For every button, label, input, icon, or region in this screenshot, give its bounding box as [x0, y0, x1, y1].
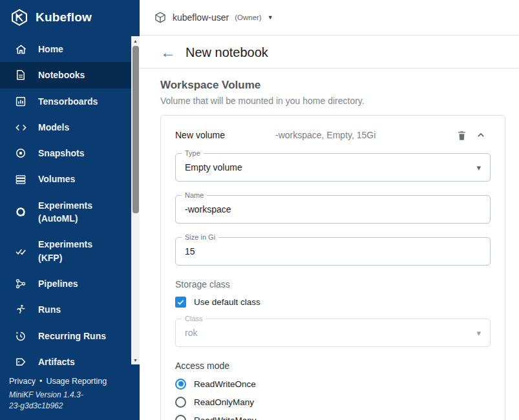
page-content: ← New notebook Workspace Volume Volume t…: [140, 36, 519, 420]
main-area: kubeflow-user (Owner) ▼ ← New notebook W…: [140, 0, 519, 420]
back-button[interactable]: ←: [160, 45, 176, 60]
sidebar-item-models[interactable]: Models: [0, 114, 140, 140]
sidebar-item-recurring-runs[interactable]: Recurring Runs: [0, 323, 140, 349]
sidebar-item-artifacts[interactable]: Artifacts: [0, 349, 140, 372]
type-label: Type: [182, 149, 204, 157]
notebook-icon: [14, 68, 27, 81]
scrollbar-thumb[interactable]: [132, 46, 139, 213]
scroll-up-icon[interactable]: ▲: [131, 36, 140, 45]
namespace-role: (Owner): [235, 14, 262, 21]
pipelines-icon: [14, 277, 27, 290]
sidebar-footer: Privacy • Usage Reporting MiniKF Version…: [0, 372, 140, 420]
kubeflow-logo-icon: [10, 8, 28, 26]
models-icon: [14, 121, 27, 134]
volume-title: New volume: [175, 130, 275, 140]
chevron-up-icon: [474, 129, 487, 142]
access-mode-option-readwritemany[interactable]: ReadWriteMany: [175, 414, 491, 420]
artifacts-icon: [14, 355, 27, 368]
topbar: kubeflow-user (Owner) ▼: [140, 0, 519, 36]
check-icon: [176, 298, 185, 306]
class-dropdown-icon: ▾: [476, 329, 481, 337]
namespace-name: kubeflow-user: [173, 12, 229, 23]
volume-card: New volume -workspace, Empty, 15Gi: [160, 115, 505, 420]
name-input[interactable]: Name -workspace: [175, 195, 491, 224]
scroll-down-icon[interactable]: ▼: [131, 355, 140, 364]
experiments-kfp-icon: [14, 245, 27, 258]
sidebar-item-snapshots[interactable]: Snapshots: [0, 140, 140, 166]
use-default-class-label: Use default class: [194, 297, 260, 307]
namespace-selector[interactable]: kubeflow-user (Owner) ▼: [149, 7, 279, 28]
runs-icon: [14, 303, 27, 316]
class-value: rok: [185, 328, 476, 338]
access-mode-group: ReadWriteOnce ReadOnlyMany ReadWriteMany: [175, 377, 491, 420]
version-text: MiniKF Version 1.4.3-23-g3d3c1b962: [9, 390, 93, 412]
size-label: Size in Gi: [182, 233, 218, 241]
sidebar-nav: Home Notebooks Tensorboards Models Snaps…: [0, 34, 140, 372]
sidebar-item-notebooks[interactable]: Notebooks: [0, 62, 140, 88]
access-mode-option-readonlymany[interactable]: ReadOnlyMany: [175, 395, 491, 408]
experiments-automl-icon: [14, 205, 27, 218]
caret-down-icon: ▼: [268, 15, 273, 21]
home-icon: [14, 43, 27, 56]
section-title: Workspace Volume: [160, 79, 503, 92]
sidebar: Kubeflow Home Notebooks Tensorboards Mod…: [0, 0, 140, 420]
scrollbar-track[interactable]: [131, 45, 140, 355]
collapse-volume-button[interactable]: [471, 129, 491, 142]
use-default-class-checkbox[interactable]: [175, 297, 186, 308]
section-subtitle: Volume that will be mounted in you home …: [160, 96, 503, 106]
access-mode-label: Access mode: [175, 361, 491, 371]
sidebar-item-home[interactable]: Home: [0, 36, 140, 62]
sidebar-item-pipelines[interactable]: Pipelines: [0, 271, 140, 297]
volume-summary: -workspace, Empty, 15Gi: [275, 130, 452, 140]
size-input[interactable]: Size in Gi 15: [175, 237, 491, 266]
sidebar-item-experiments-kfp[interactable]: Experiments (KFP): [0, 231, 140, 271]
name-value: -workspace: [185, 204, 481, 215]
recurring-runs-icon: [14, 330, 27, 342]
use-default-class-row[interactable]: Use default class: [175, 297, 491, 308]
app-title: Kubeflow: [36, 10, 92, 25]
access-mode-option-readwriteonce[interactable]: ReadWriteOnce: [175, 377, 491, 390]
back-arrow-icon: ←: [160, 43, 176, 61]
name-label: Name: [182, 191, 207, 199]
privacy-link[interactable]: Privacy: [9, 377, 36, 386]
radio-icon[interactable]: [175, 415, 186, 420]
volume-card-header: New volume -workspace, Empty, 15Gi: [175, 127, 491, 143]
usage-reporting-link[interactable]: Usage Reporting: [46, 377, 107, 386]
snapshots-icon: [14, 147, 27, 160]
delete-volume-button[interactable]: [452, 129, 471, 142]
class-label: Class: [182, 315, 206, 322]
type-value: Empty volume: [185, 162, 476, 173]
sidebar-scrollbar[interactable]: ▲ ▼: [131, 36, 140, 364]
radio-icon[interactable]: [175, 397, 186, 408]
sidebar-item-experiments-automl[interactable]: Experiments (AutoML): [0, 193, 140, 232]
tensorboard-icon: [14, 95, 27, 108]
namespace-icon: [154, 11, 167, 24]
sidebar-item-runs[interactable]: Runs: [0, 297, 140, 322]
type-select[interactable]: Type Empty volume ▾: [175, 153, 491, 182]
sidebar-item-volumes[interactable]: Volumes: [0, 166, 140, 192]
trash-icon: [456, 129, 468, 142]
size-value: 15: [185, 246, 481, 257]
volumes-icon: [14, 173, 27, 186]
workspace-volume-section: Workspace Volume Volume that will be mou…: [140, 68, 519, 106]
sidebar-item-tensorboards[interactable]: Tensorboards: [0, 89, 140, 114]
radio-icon[interactable]: [175, 379, 186, 390]
footer-separator: •: [39, 377, 42, 386]
kubeflow-logo[interactable]: Kubeflow: [0, 0, 140, 34]
storage-class-label: Storage class: [175, 279, 491, 289]
page-header: ← New notebook: [140, 36, 519, 68]
type-dropdown-icon[interactable]: ▾: [476, 163, 481, 172]
page-title: New notebook: [185, 45, 268, 60]
class-select: Class rok ▾: [175, 319, 491, 347]
app-root: Kubeflow Home Notebooks Tensorboards Mod…: [0, 0, 519, 420]
